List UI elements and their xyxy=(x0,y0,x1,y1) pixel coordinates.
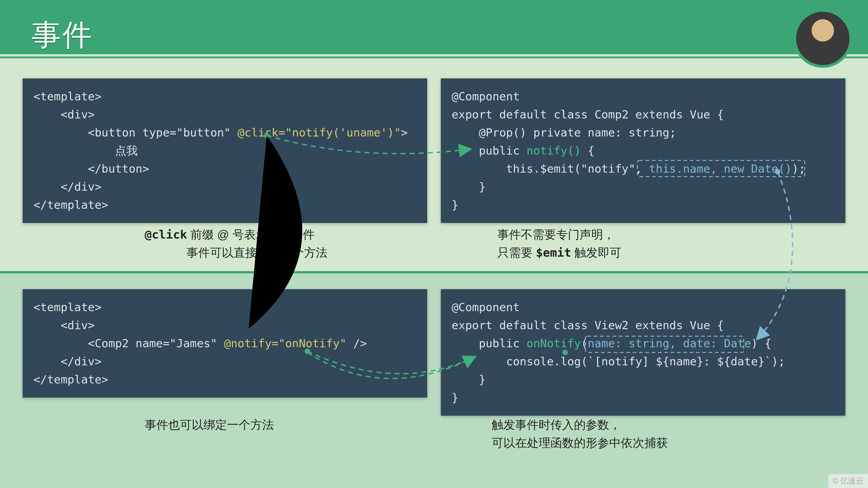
mid-line-top xyxy=(0,271,868,273)
highlight-notify-method: notify() xyxy=(526,144,581,157)
highlight-onnotify: onNotify xyxy=(526,337,581,350)
highlight-click-attr: @click="notify('uname')" xyxy=(238,126,401,139)
avatar xyxy=(794,9,852,68)
code-box-comp2: @Component export default class Comp2 ex… xyxy=(441,78,845,223)
caption-bind-method: 事件也可以绑定一个方法 xyxy=(145,416,274,434)
code-box-template-top: <template> <div> <button type="button" @… xyxy=(23,78,427,223)
code-box-template-bottom: <template> <div> <Comp2 name="James" @no… xyxy=(23,289,427,398)
caption-params: 触发事件时传入的参数， 可以在处理函数的形参中依次捕获 xyxy=(492,416,668,452)
slide-header: 事件 xyxy=(0,0,868,59)
caption-emit: 事件不需要专门声明， 只需要 $emit 触发即可 xyxy=(497,225,621,262)
code-box-view2: @Component export default class View2 ex… xyxy=(441,289,845,416)
highlight-emit-args: this.name, new Date() xyxy=(649,162,792,175)
caption-click: @click 前缀 @ 号表示绑定事件 事件可以直接调用一个方法 xyxy=(145,225,328,262)
header-divider-line xyxy=(0,57,868,58)
highlight-handler-params: name: string, date: Date xyxy=(588,337,751,350)
header-bg xyxy=(0,0,868,54)
watermark: © 亿速云 xyxy=(828,474,868,488)
highlight-notify-bind: @notify="onNotify" xyxy=(224,337,346,350)
slide-title: 事件 xyxy=(32,15,93,55)
caption-click-mono: @click xyxy=(145,228,187,241)
caption-emit-mono: $emit xyxy=(536,246,571,259)
avatar-image xyxy=(796,12,849,65)
header-divider-gap xyxy=(0,54,868,57)
